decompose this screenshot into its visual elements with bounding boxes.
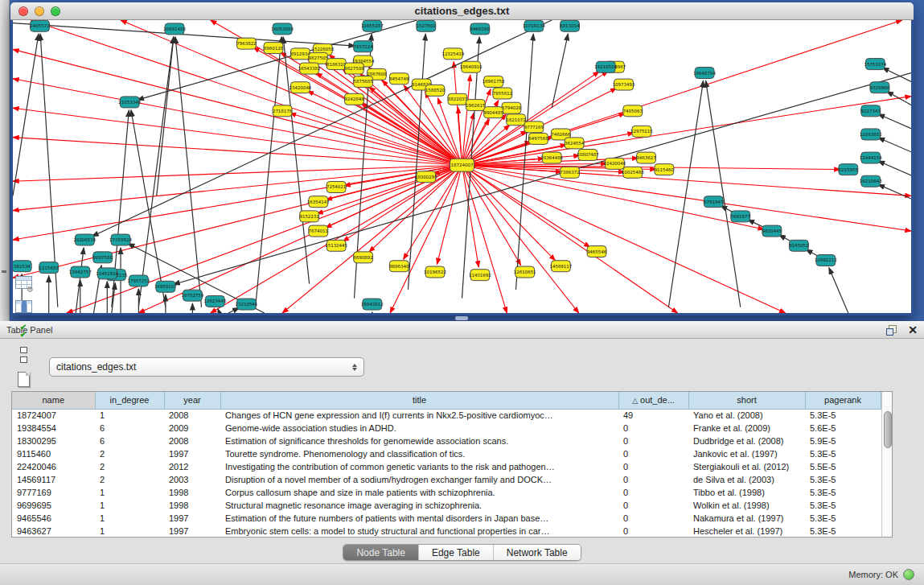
graph-node[interactable]: 16053809 xyxy=(271,23,294,35)
close-panel-icon[interactable]: ✕ xyxy=(908,325,918,335)
graph-node[interactable]: 7955812 xyxy=(493,88,512,99)
tab-network-table[interactable]: Network Table xyxy=(494,545,581,560)
graph-node[interactable]: 9329966 xyxy=(870,82,890,93)
graph-node[interactable]: 8186328 xyxy=(326,59,347,70)
graph-node[interactable]: 13942757 xyxy=(69,266,92,278)
graph-node[interactable]: 7691977 xyxy=(731,211,751,222)
graph-node[interactable]: 23210546 xyxy=(236,299,258,310)
graph-node[interactable]: 1588520 xyxy=(425,84,446,96)
graph-node[interactable]: 20364486 xyxy=(540,152,563,163)
graph-node[interactable]: 16782759 xyxy=(181,290,203,301)
table-row[interactable]: 969969511998Structural magnetic resonanc… xyxy=(12,499,881,512)
graph-node[interactable]: 8454749 xyxy=(389,73,409,84)
graph-node[interactable]: 7963822 xyxy=(236,38,256,49)
graph-node[interactable]: 9152231 xyxy=(299,211,318,222)
new-column-icon[interactable] xyxy=(11,367,35,391)
table-row[interactable]: 946362711997Embryonic stem cells: a mode… xyxy=(12,525,881,538)
graph-node[interactable]: 16648784 xyxy=(693,68,716,79)
graph-node[interactable]: 9463627 xyxy=(636,152,656,163)
graph-node[interactable]: 8912934 xyxy=(290,48,310,60)
graph-node[interactable]: 9242848 xyxy=(344,93,364,105)
column-header-title[interactable]: title xyxy=(220,392,618,409)
window-titlebar[interactable]: citations_edges.txt xyxy=(10,2,914,20)
graph-node[interactable]: 9827505 xyxy=(309,52,328,64)
table-row[interactable]: 1872400712008Changes of HCN gene express… xyxy=(12,409,881,422)
graph-node[interactable]: 10992212 xyxy=(815,254,837,266)
graph-node[interactable]: 9886340 xyxy=(389,261,409,272)
graph-node[interactable]: 10973493 xyxy=(613,79,635,90)
graph-node[interactable]: 7857224 xyxy=(353,41,373,52)
graph-node[interactable]: 11451914 xyxy=(96,268,118,279)
graph-node[interactable]: 23420046 xyxy=(290,82,312,93)
table-row[interactable]: 1456911722003Disruption of a novel membe… xyxy=(12,473,881,486)
graph-node[interactable]: 18300295 xyxy=(415,171,437,183)
panel-splitter-handle[interactable] xyxy=(455,316,468,320)
graph-node[interactable]: 10196522 xyxy=(424,266,446,278)
tab-node-table[interactable]: Node Table xyxy=(343,545,419,560)
graph-node[interactable]: 1527602 xyxy=(417,20,436,31)
graph-node[interactable]: 16958107 xyxy=(154,281,177,292)
graph-node[interactable]: 8813014 xyxy=(560,20,580,31)
graph-node[interactable]: 9115460 xyxy=(655,164,675,175)
column-header-indeg[interactable]: in_degree xyxy=(95,392,164,409)
graph-node[interactable]: 5875685 xyxy=(353,76,372,87)
graph-node[interactable]: 19218506 xyxy=(594,61,617,72)
graph-node[interactable]: 21053346 xyxy=(118,97,141,108)
graph-node[interactable]: 9097588 xyxy=(93,252,113,263)
graph-node[interactable]: 1621072 xyxy=(506,114,525,126)
graph-node[interactable]: 9827508 xyxy=(344,63,364,74)
graph-node[interactable]: 16961758 xyxy=(483,76,505,87)
graph-node[interactable]: 20691406 xyxy=(163,23,186,35)
graph-node[interactable]: 19843812 xyxy=(361,299,384,310)
graph-node[interactable]: 10655287 xyxy=(361,20,384,31)
graph-node[interactable]: 12923448 xyxy=(203,295,226,307)
table-row[interactable]: 946554611997Estimation of the future num… xyxy=(12,512,881,525)
graph-node[interactable]: 12093852 xyxy=(860,129,882,140)
graph-node[interactable]: 6794028 xyxy=(502,102,522,113)
column-header-short[interactable]: short xyxy=(688,392,805,409)
graph-node[interactable]: 6791947 xyxy=(704,196,724,208)
graph-node[interactable]: 16354147 xyxy=(307,196,330,208)
show-columns-icon[interactable] xyxy=(11,295,35,319)
graph-node[interactable]: 9465546 xyxy=(587,246,607,257)
table-row[interactable]: 977716911998Corpus callosum shape and si… xyxy=(12,486,881,499)
graph-node[interactable]: 9777169 xyxy=(524,122,544,133)
table-scrollbar[interactable] xyxy=(881,392,893,537)
graph-node[interactable]: 9227343 xyxy=(861,105,881,117)
graph-node[interactable]: 1215683 xyxy=(39,262,60,274)
graph-node[interactable]: 8690892 xyxy=(353,252,372,263)
graph-node[interactable]: 6497568 xyxy=(528,133,548,144)
graph-node[interactable]: 9245052 xyxy=(789,240,808,251)
graph-node[interactable]: 15751074 xyxy=(864,59,886,70)
graph-node[interactable]: 7674011 xyxy=(309,225,328,237)
table-options-icon[interactable]: ⚙ xyxy=(11,270,35,295)
graph-node[interactable]: 18640910 xyxy=(460,61,483,72)
graph-node[interactable]: 17957253 xyxy=(127,275,150,286)
graph-node[interactable]: 9810445 xyxy=(762,225,782,237)
graph-node[interactable]: 10025488 xyxy=(622,167,644,178)
graph-node[interactable]: 22420046 xyxy=(603,158,626,169)
graph-node[interactable]: 16210643 xyxy=(860,175,882,187)
graph-node[interactable]: 18724007 xyxy=(450,159,474,171)
graph-node[interactable]: 16543382 xyxy=(298,63,321,74)
graph-node[interactable]: 12444154 xyxy=(860,152,882,163)
graph-node[interactable]: 6466160 xyxy=(470,23,491,35)
graph-node[interactable]: 2405572 xyxy=(30,20,49,31)
graph-node[interactable]: 8215955 xyxy=(839,164,858,175)
graph-node[interactable]: 2718176 xyxy=(273,105,293,117)
graph-node[interactable]: 11431692 xyxy=(469,270,491,281)
column-header-page[interactable]: pagerank xyxy=(805,392,881,409)
tab-edge-table[interactable]: Edge Table xyxy=(419,545,494,560)
graph-node[interactable]: 7386372 xyxy=(560,167,579,178)
graph-node[interactable]: 8960128 xyxy=(264,43,284,54)
table-row[interactable]: 911546021997Tourette syndrome. Phenomeno… xyxy=(12,447,881,460)
row-height-icon[interactable] xyxy=(11,343,35,367)
scrollbar-thumb[interactable] xyxy=(884,411,892,448)
graph-node[interactable]: 8822037 xyxy=(448,93,468,105)
graph-node[interactable]: 10719134 xyxy=(523,20,545,31)
graph-node[interactable]: 7254021 xyxy=(326,181,346,192)
graph-node[interactable]: 7485063 xyxy=(623,105,643,117)
table-row[interactable]: 1830029562008Estimation of significance … xyxy=(12,435,881,447)
graph-node[interactable]: 3624554 xyxy=(565,138,585,149)
graph-node[interactable]: 17359924 xyxy=(109,234,132,245)
